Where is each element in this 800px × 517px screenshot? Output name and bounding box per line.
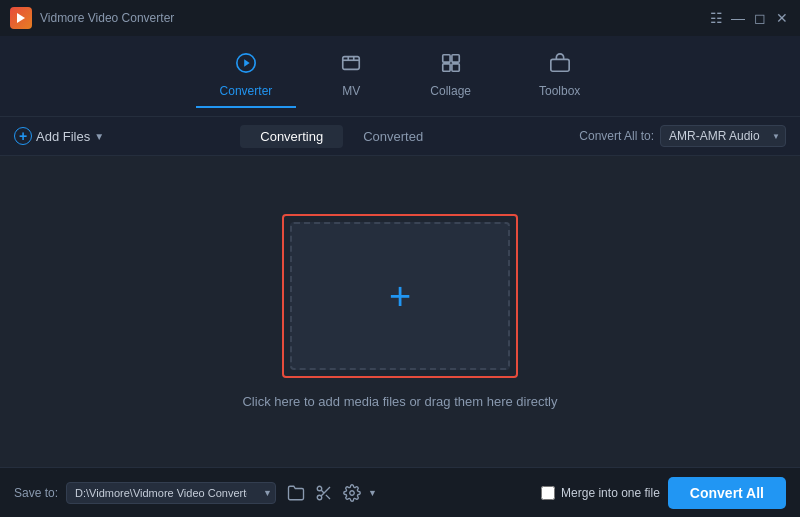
svg-marker-2 xyxy=(244,59,250,66)
settings-button[interactable] xyxy=(340,481,364,505)
tabs-center: Converting Converted xyxy=(104,125,579,148)
collage-icon xyxy=(440,52,462,80)
add-files-button[interactable]: + Add Files ▼ xyxy=(14,127,104,145)
app-logo xyxy=(10,7,32,29)
nav-label-mv: MV xyxy=(342,84,360,98)
save-path-wrapper: ▼ xyxy=(66,482,276,504)
minimize-btn[interactable]: — xyxy=(730,10,746,26)
svg-point-11 xyxy=(350,490,355,495)
converter-icon xyxy=(235,52,257,80)
close-btn[interactable]: ✕ xyxy=(774,10,790,26)
add-media-icon: + xyxy=(389,277,411,315)
drop-hint-text: Click here to add media files or drag th… xyxy=(242,394,557,409)
add-files-label: Add Files xyxy=(36,129,90,144)
convert-all-button[interactable]: Convert All xyxy=(668,477,786,509)
message-btn[interactable]: ☷ xyxy=(708,10,724,26)
nav-label-converter: Converter xyxy=(220,84,273,98)
nav-item-mv[interactable]: MV xyxy=(316,44,386,108)
svg-rect-6 xyxy=(442,64,449,71)
save-path-dropdown-arrow[interactable]: ▼ xyxy=(263,488,272,498)
merge-label: Merge into one file xyxy=(561,486,660,500)
nav-label-collage: Collage xyxy=(430,84,471,98)
tab-converted[interactable]: Converted xyxy=(343,125,443,148)
drop-zone-outer[interactable]: + xyxy=(282,214,518,378)
toolbar: + Add Files ▼ Converting Converted Conve… xyxy=(0,116,800,156)
convert-all-to-area: Convert All to: AMR-AMR Audio MP4 MP3 AV… xyxy=(579,125,786,147)
nav-bar: Converter MV Collage xyxy=(0,36,800,116)
merge-checkbox[interactable] xyxy=(541,486,555,500)
convert-all-to-label: Convert All to: xyxy=(579,129,654,143)
main-content: + Click here to add media files or drag … xyxy=(0,156,800,467)
svg-rect-3 xyxy=(343,57,360,70)
bottom-bar: Save to: ▼ ▼ Merge into one file Conve xyxy=(0,467,800,517)
mv-icon xyxy=(340,52,362,80)
nav-item-converter[interactable]: Converter xyxy=(196,44,297,108)
svg-point-10 xyxy=(317,495,322,500)
svg-rect-8 xyxy=(551,59,569,71)
format-select-wrapper[interactable]: AMR-AMR Audio MP4 MP3 AVI xyxy=(660,125,786,147)
tab-converting[interactable]: Converting xyxy=(240,125,343,148)
svg-rect-4 xyxy=(442,55,449,62)
window-controls: ☷ — ◻ ✕ xyxy=(708,10,790,26)
nav-item-collage[interactable]: Collage xyxy=(406,44,495,108)
save-path-input[interactable] xyxy=(66,482,276,504)
toolbox-icon xyxy=(549,52,571,80)
bottom-icons: ▼ xyxy=(284,481,377,505)
format-select[interactable]: AMR-AMR Audio MP4 MP3 AVI xyxy=(660,125,786,147)
maximize-btn[interactable]: ◻ xyxy=(752,10,768,26)
title-bar: Vidmore Video Converter ☷ — ◻ ✕ xyxy=(0,0,800,36)
folder-open-button[interactable] xyxy=(284,481,308,505)
nav-item-toolbox[interactable]: Toolbox xyxy=(515,44,604,108)
nav-label-toolbox: Toolbox xyxy=(539,84,580,98)
drop-zone-inner[interactable]: + xyxy=(290,222,510,370)
svg-rect-5 xyxy=(452,55,459,62)
settings-dropdown-arrow: ▼ xyxy=(368,488,377,498)
svg-point-9 xyxy=(317,486,322,491)
scissors-button[interactable] xyxy=(312,481,336,505)
save-to-label: Save to: xyxy=(14,486,58,500)
svg-rect-7 xyxy=(452,64,459,71)
merge-checkbox-area: Merge into one file xyxy=(541,486,660,500)
add-files-dropdown-arrow: ▼ xyxy=(94,131,104,142)
add-icon: + xyxy=(14,127,32,145)
svg-marker-0 xyxy=(17,13,25,23)
app-title: Vidmore Video Converter xyxy=(40,11,708,25)
